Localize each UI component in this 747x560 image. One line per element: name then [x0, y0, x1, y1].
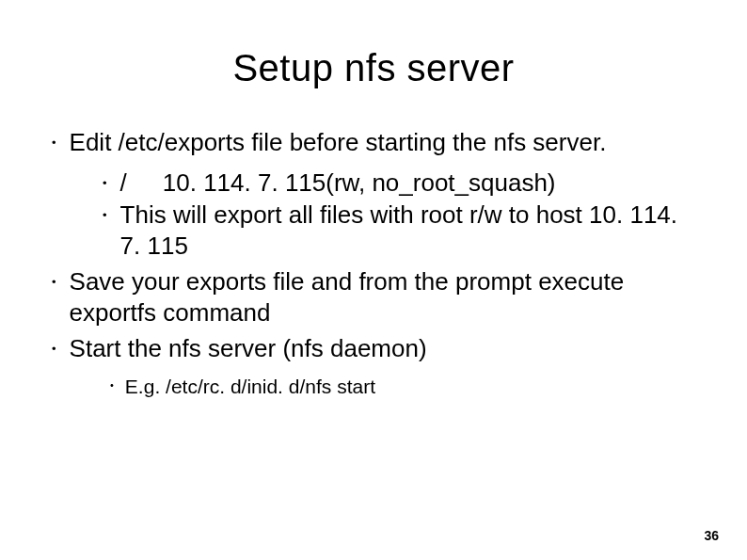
- slide: Setup nfs server • Edit /etc/exports fil…: [0, 0, 747, 560]
- bullet-text: Save your exports file and from the prom…: [70, 266, 695, 328]
- bullet-icon: •: [103, 200, 120, 221]
- list-item: • Edit /etc/exports file before starting…: [52, 127, 695, 261]
- list-item: • Save your exports file and from the pr…: [52, 266, 695, 328]
- list-item: • This will export all files with root r…: [103, 200, 695, 261]
- page-number: 36: [704, 528, 719, 543]
- bullet-icon: •: [52, 333, 70, 355]
- bullet-icon: •: [52, 127, 70, 149]
- bullet-text: /10. 114. 7. 115(rw, no_root_squash): [120, 168, 556, 199]
- list-item: • E.g. /etc/rc. d/inid. d/nfs start: [110, 374, 695, 399]
- bullet-icon: •: [103, 168, 120, 189]
- bullet-text: E.g. /etc/rc. d/inid. d/nfs start: [125, 374, 375, 399]
- sub-list: • /10. 114. 7. 115(rw, no_root_squash) •…: [52, 168, 695, 262]
- bullet-list: • Edit /etc/exports file before starting…: [52, 127, 695, 399]
- bullet-text: This will export all files with root r/w…: [120, 200, 695, 261]
- bullet-text: Start the nfs server (nfs daemon): [70, 333, 427, 364]
- list-item: • /10. 114. 7. 115(rw, no_root_squash): [103, 168, 695, 199]
- sub-list: • E.g. /etc/rc. d/inid. d/nfs start: [52, 374, 695, 399]
- bullet-text: Edit /etc/exports file before starting t…: [70, 127, 607, 158]
- slide-title: Setup nfs server: [52, 47, 695, 89]
- bullet-icon: •: [110, 374, 125, 391]
- list-item: • Start the nfs server (nfs daemon) • E.…: [52, 333, 695, 399]
- bullet-icon: •: [52, 266, 70, 288]
